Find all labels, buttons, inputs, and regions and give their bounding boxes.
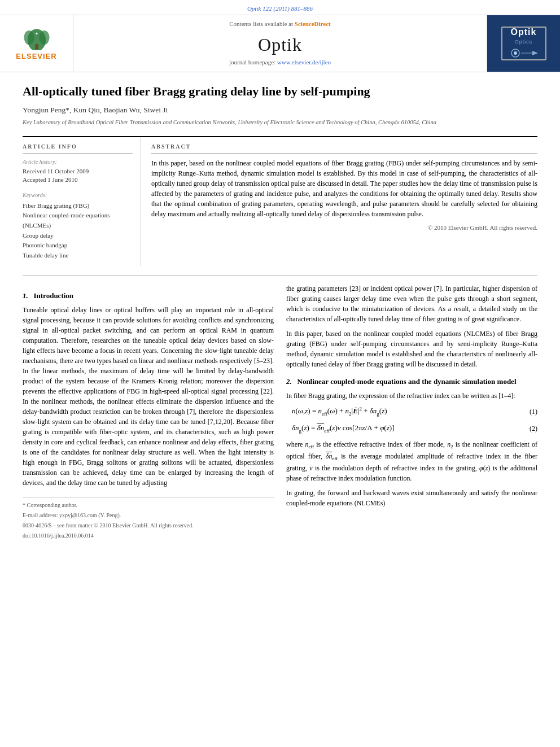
elsevier-brand-text: ELSEVIER — [16, 51, 56, 62]
section2-heading: 2. Nonlinear coupled-mode equations and … — [286, 376, 537, 387]
keyword-nlcme-abbr: (NLCMEs) — [23, 221, 133, 231]
elsevier-logo: ✦ ELSEVIER — [0, 15, 73, 72]
journal-main-title: Optik — [258, 32, 302, 58]
top-bar: Optik 122 (2011) 881–886 — [0, 0, 560, 15]
optik-logo-graphic: Optik Optics — [501, 27, 546, 60]
intro-paragraph: Tuneable optical delay lines or optical … — [23, 305, 274, 488]
history-label: Article history: — [23, 158, 133, 166]
svg-text:✦: ✦ — [35, 32, 38, 36]
accepted-date: Accepted 1 June 2010 — [23, 176, 133, 184]
optik-logo-box: Optik Optics — [487, 15, 560, 72]
keyword-fiber-bragg: Fiber Bragg grating (FBG) — [23, 201, 133, 211]
journal-title-section: Contents lists available at ScienceDirec… — [73, 15, 487, 72]
optik-logo-title: Optik — [511, 26, 537, 38]
keyword-photonic: Photonic bandgap — [23, 241, 133, 251]
eq1-content: n(ω,z) = neff(ω) + n2|Ē|2 + δng(z) — [292, 405, 520, 418]
body-right-column: the grating parameters [23] or incident … — [286, 283, 537, 541]
corresponding-author-note: * Corresponding author. — [23, 501, 274, 509]
footnotes: * Corresponding author. E-mail address: … — [23, 497, 274, 540]
section2-para3: In grating, the forward and backward wav… — [286, 488, 537, 508]
affiliation-line: Key Laboratory of Broadband Optical Fibe… — [23, 119, 537, 127]
keywords-label: Keywords: — [23, 191, 133, 199]
authors-line: Yongjun Peng*, Kun Qiu, Baojian Wu, Siwe… — [23, 105, 537, 116]
copyright-line: © 2010 Elsevier GmbH. All rights reserve… — [151, 224, 537, 232]
abstract-label: Abstract — [151, 143, 537, 154]
article-title: All-optically tuned fiber Bragg grating … — [23, 84, 537, 100]
equation-2: δng(z) = δneff(z)ν cos[2πz/Λ + φ(z)] (2) — [292, 422, 537, 435]
keyword-tunable: Tunable delay line — [23, 251, 133, 261]
sciencedirect-label: ScienceDirect — [295, 20, 331, 27]
section2-para2: where neff is the effective refractive i… — [286, 439, 537, 483]
section2-para1: In fiber Bragg grating, the expression o… — [286, 391, 537, 401]
doi-note: doi:10.1016/j.ijlea.2010.06.014 — [23, 531, 274, 540]
article-info-column: Article Info Article history: Received 1… — [23, 137, 141, 266]
eq2-number: (2) — [520, 423, 537, 434]
keyword-nlcme: Nonlinear coupled-mode equations — [23, 211, 133, 221]
email-note: E-mail address: yxpyj@163.com (Y. Peng). — [23, 511, 274, 519]
optik-logo-inner: Optik Optics — [501, 27, 546, 60]
journal-header: ✦ ELSEVIER Contents lists available at S… — [0, 15, 560, 72]
intro-end-para-2: In this paper, based on the nonlinear co… — [286, 329, 537, 369]
keyword-group-delay: Group delay — [23, 231, 133, 241]
article-content: All-optically tuned fiber Bragg grating … — [0, 72, 560, 553]
eq2-content: δng(z) = δneff(z)ν cos[2πz/Λ + φ(z)] — [292, 422, 520, 435]
tree-svg-icon: ✦ — [20, 25, 54, 50]
article-info-label: Article Info — [23, 143, 133, 154]
eq1-number: (1) — [520, 407, 537, 417]
journal-homepage-line: journal homepage: www.elsevier.de/ijleo — [229, 58, 331, 67]
page: Optik 122 (2011) 881–886 ✦ ELSEVIER Cont… — [0, 0, 560, 747]
elsevier-tree-icon: ✦ — [20, 25, 54, 50]
license-note: 0030-4026/$ – see front matter © 2010 El… — [23, 521, 274, 530]
svg-point-2 — [39, 30, 49, 45]
equation-1: n(ω,z) = neff(ω) + n2|Ē|2 + δng(z) (1) — [292, 405, 537, 418]
body-left-column: 1. Introduction Tuneable optical delay l… — [23, 283, 274, 541]
journal-reference: Optik 122 (2011) 881–886 — [247, 5, 313, 12]
svg-rect-3 — [35, 45, 38, 50]
svg-point-1 — [24, 30, 34, 45]
article-info-abstract-section: Article Info Article history: Received 1… — [23, 136, 537, 266]
abstract-column: Abstract In this paper, based on the non… — [141, 137, 537, 266]
intro-end-para: the grating parameters [23] or incident … — [286, 283, 537, 324]
svg-marker-8 — [532, 51, 538, 55]
body-two-columns: 1. Introduction Tuneable optical delay l… — [23, 275, 537, 541]
journal-homepage-link[interactable]: www.elsevier.de/ijleo — [277, 59, 331, 65]
intro-heading: 1. Introduction — [23, 290, 274, 302]
svg-point-6 — [514, 51, 517, 55]
optik-logo-subtitle: Optics — [515, 38, 533, 46]
abstract-text: In this paper, based on the nonlinear co… — [151, 158, 537, 219]
contents-available-text: Contents lists available at ScienceDirec… — [229, 20, 330, 28]
optik-logo-decoration — [510, 48, 538, 61]
received-date: Received 11 October 2009 — [23, 167, 133, 176]
